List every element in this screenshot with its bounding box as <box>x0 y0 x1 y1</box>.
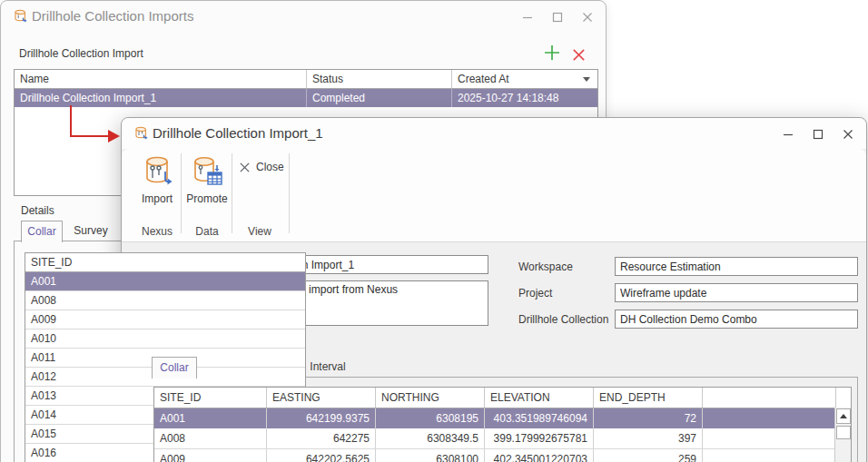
collar-data-table: SITE_ID EASTING NORTHING ELEVATION END_D… <box>153 387 852 462</box>
cell-name[interactable]: Drillhole Collection Import_1 <box>15 89 307 107</box>
plus-icon <box>543 44 561 62</box>
vertical-scrollbar[interactable] <box>834 408 851 462</box>
column-header-end-depth[interactable]: END_DEPTH <box>594 388 703 408</box>
maximize-icon[interactable] <box>812 128 824 140</box>
column-header-created-at[interactable]: Created At <box>452 70 597 88</box>
ribbon-separator <box>181 153 182 233</box>
column-header-site-id[interactable]: SITE_ID <box>154 388 267 408</box>
cell-site-id[interactable]: A001 <box>154 408 267 428</box>
minimize-icon[interactable] <box>782 128 794 140</box>
tab-survey-back[interactable]: Survey <box>66 221 115 241</box>
column-header-elevation[interactable]: ELEVATION <box>485 388 594 408</box>
close-x-icon <box>239 162 251 173</box>
cell-elevation[interactable]: 403.351989746094 <box>485 408 594 428</box>
import-row-selected[interactable]: Drillhole Collection Import_1 Completed … <box>15 89 597 107</box>
close-view-button[interactable]: Close <box>239 161 284 173</box>
cell-northing[interactable]: 6308195 <box>376 408 485 428</box>
cell-end-depth[interactable]: 397 <box>594 428 703 448</box>
scroll-up-icon[interactable] <box>836 408 851 424</box>
table-row-selected[interactable]: A001 642199.9375 6308195 403.35198974609… <box>154 408 851 428</box>
window-title: Drillhole Collection Import_1 <box>153 125 323 141</box>
delete-import-button[interactable] <box>568 44 588 64</box>
add-import-button[interactable] <box>542 43 562 63</box>
ribbon-group-view: View <box>232 224 288 239</box>
tab-interval[interactable]: Interval <box>301 357 354 377</box>
tab-collar[interactable]: Collar <box>152 357 197 378</box>
promote-button-label: Promote <box>186 192 227 205</box>
column-header-blank <box>703 388 836 408</box>
connector-arrow-head-icon <box>108 130 120 143</box>
project-label: Project <box>518 287 552 300</box>
ribbon-group-data: Data <box>184 224 230 239</box>
column-header-name[interactable]: Name <box>15 70 307 88</box>
project-field[interactable] <box>615 283 858 302</box>
cell-easting[interactable]: 642275 <box>267 428 376 448</box>
cell-elevation[interactable]: 402.345001220703 <box>485 449 594 462</box>
cell-created-at[interactable]: 2025-10-27 14:18:48 <box>452 89 597 107</box>
site-row[interactable]: A010 <box>25 329 305 349</box>
import-button-label: Import <box>142 192 173 205</box>
drillhole-collection-field[interactable] <box>615 310 858 329</box>
drillhole-collection-import-icon <box>133 126 149 144</box>
column-header-northing[interactable]: NORTHING <box>376 388 485 408</box>
collar-table-header[interactable]: SITE_ID EASTING NORTHING ELEVATION END_D… <box>154 388 851 408</box>
close-button-label: Close <box>256 161 284 173</box>
site-row[interactable]: A009 <box>25 310 305 329</box>
minimize-icon[interactable] <box>521 11 533 23</box>
sort-dropdown-icon[interactable] <box>583 77 590 82</box>
close-icon[interactable] <box>842 128 853 140</box>
workspace-field[interactable] <box>615 257 858 276</box>
cell-elevation[interactable]: 399.179992675781 <box>485 428 594 448</box>
column-header-easting[interactable]: EASTING <box>267 388 376 408</box>
site-row-selected[interactable]: A001 <box>25 272 305 291</box>
tab-collar-back[interactable]: Collar <box>21 221 63 242</box>
scrollbar-thumb[interactable] <box>836 426 851 439</box>
imports-titlebar[interactable]: Drillhole Collection Imports <box>1 1 606 34</box>
site-row[interactable]: A008 <box>25 291 305 310</box>
column-header-site-id[interactable]: SITE_ID <box>25 253 305 272</box>
drillhole-collection-imports-icon <box>13 9 28 27</box>
imports-table-header[interactable]: Name Status Created At <box>15 70 597 89</box>
imports-section-label: Drillhole Collection Import <box>19 47 143 60</box>
maximize-icon[interactable] <box>551 11 563 23</box>
column-header-status[interactable]: Status <box>307 70 452 88</box>
details-label: Details <box>21 204 54 217</box>
ribbon-toolbar: Import Promote <box>122 149 866 242</box>
cell-site-id[interactable]: A008 <box>154 428 267 448</box>
ribbon-group-nexus: Nexus <box>135 224 179 239</box>
screen: Drillhole Collection Imports Drillhole C… <box>0 0 868 462</box>
connector-arrow-line <box>70 105 72 137</box>
cell-easting[interactable]: 642199.9375 <box>267 408 376 428</box>
cell-easting[interactable]: 642202.5625 <box>267 449 376 462</box>
ribbon-separator <box>289 153 290 233</box>
cell-status[interactable]: Completed <box>307 89 452 107</box>
cell-site-id[interactable]: A009 <box>154 449 267 462</box>
import-button[interactable]: Import <box>135 156 179 205</box>
connector-arrow-line <box>70 135 110 137</box>
workspace-label: Workspace <box>518 260 573 273</box>
table-row[interactable]: A008 642275 6308349.5 399.179992675781 3… <box>154 428 851 449</box>
cell-northing[interactable]: 6308100 <box>376 449 485 462</box>
promote-button[interactable]: Promote <box>184 156 230 205</box>
x-icon <box>571 47 587 63</box>
ribbon-separator <box>232 153 232 233</box>
cell-northing[interactable]: 6308349.5 <box>376 428 485 448</box>
import-titlebar[interactable]: Drillhole Collection Import_1 <box>122 118 866 151</box>
drillhole-collection-label: Drillhole Collection <box>518 313 608 326</box>
close-icon[interactable] <box>581 11 593 23</box>
import-icon <box>142 156 173 191</box>
cell-end-depth[interactable]: 259 <box>594 449 703 462</box>
cell-end-depth[interactable]: 72 <box>594 408 703 428</box>
window-title: Drillhole Collection Imports <box>32 8 193 24</box>
table-row[interactable]: A009 642202.5625 6308100 402.34500122070… <box>154 449 851 462</box>
promote-icon <box>191 156 223 191</box>
